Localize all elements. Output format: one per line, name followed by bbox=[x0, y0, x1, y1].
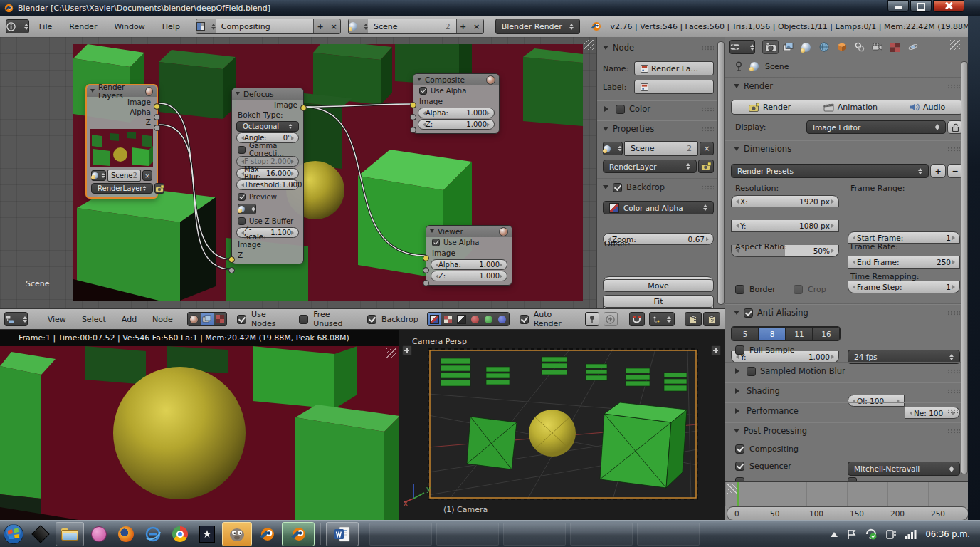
socket-image-out[interactable] bbox=[300, 105, 307, 111]
channel-color-alpha-button[interactable] bbox=[428, 313, 441, 325]
full-sample-toggle[interactable]: Full Sample bbox=[735, 345, 795, 355]
socket-alpha-out[interactable] bbox=[154, 114, 160, 120]
frame-step-field[interactable]: Frame Step:1 bbox=[848, 281, 960, 293]
resolution-y-field[interactable]: Y:1080 px bbox=[731, 220, 839, 232]
area-corner-grip[interactable] bbox=[727, 484, 737, 494]
channel-alpha-button[interactable] bbox=[441, 313, 455, 325]
aa-samples-5[interactable]: 5 bbox=[732, 327, 759, 340]
node-scene-selector[interactable]: Scene2 × bbox=[87, 170, 157, 182]
collapse-icon[interactable] bbox=[430, 229, 434, 236]
use-alpha-checkbox[interactable]: Use Alpha bbox=[413, 85, 499, 96]
max-blur-field[interactable]: Max Blur:16.000 bbox=[236, 168, 299, 179]
tab-physics[interactable] bbox=[905, 40, 921, 54]
tab-scene[interactable] bbox=[798, 40, 814, 54]
taskbar-blender[interactable] bbox=[256, 523, 278, 545]
taskbar-inkscape[interactable] bbox=[30, 523, 51, 545]
panel-grip[interactable] bbox=[947, 429, 960, 434]
add-preset-button[interactable]: + bbox=[930, 164, 946, 178]
texture-nodes-button[interactable] bbox=[214, 313, 226, 325]
panel-grip[interactable] bbox=[701, 107, 714, 112]
menu-select[interactable]: Select bbox=[75, 315, 113, 324]
backdrop-toggle[interactable]: Backdrop bbox=[367, 315, 418, 324]
socket-z-in[interactable] bbox=[410, 127, 416, 133]
panel-anti-aliasing[interactable]: Anti-Aliasing bbox=[734, 308, 960, 318]
area-corner-grip[interactable] bbox=[584, 40, 594, 50]
aa-filter-dropdown[interactable]: Mitchell-Netravali bbox=[848, 462, 960, 476]
shader-nodes-button[interactable] bbox=[188, 313, 201, 325]
scene-selector[interactable]: Scene2 + × bbox=[348, 19, 484, 34]
image-editor[interactable]: Frame:1 | Time:00:07.52 | Ve:546 Fa:560 … bbox=[0, 330, 399, 520]
panel-grip[interactable] bbox=[701, 185, 714, 190]
compositing-toggle[interactable]: Compositing bbox=[735, 444, 799, 454]
socket-z-out[interactable] bbox=[154, 125, 160, 131]
threshold-field[interactable]: Threshold:1.000 bbox=[236, 179, 299, 190]
unlink-scene-button[interactable]: × bbox=[142, 170, 152, 181]
ghost-window-button[interactable] bbox=[436, 523, 499, 546]
use-alpha-checkbox[interactable]: Use Alpha bbox=[426, 237, 512, 248]
socket-z-in[interactable] bbox=[228, 267, 235, 274]
tray-expand-icon[interactable] bbox=[831, 528, 838, 537]
minimize-button[interactable] bbox=[887, 0, 909, 12]
node-viewer[interactable]: Viewer Use Alpha Image Alpha:1.000 Z:1.0… bbox=[426, 225, 512, 286]
render-still-button[interactable]: Render bbox=[731, 100, 808, 115]
panel-dimensions[interactable]: Dimensions bbox=[734, 144, 960, 154]
editor-type-button[interactable] bbox=[4, 312, 28, 326]
render-layer-select[interactable]: RenderLayer bbox=[87, 182, 157, 197]
taskbar-blender-active[interactable] bbox=[282, 522, 315, 546]
socket-z-in[interactable] bbox=[423, 280, 429, 286]
z-field[interactable]: Z:1.000 bbox=[418, 119, 495, 130]
color-checkbox[interactable] bbox=[616, 105, 625, 114]
screen-layout-icon[interactable] bbox=[196, 19, 216, 33]
tab-object[interactable] bbox=[833, 40, 850, 54]
expand-header-icon[interactable] bbox=[711, 345, 721, 355]
timeline-scrubber[interactable]: 0 50 100 150 200 250 bbox=[727, 506, 969, 521]
menu-add[interactable]: Add bbox=[115, 315, 144, 324]
move-backdrop-button[interactable]: Move bbox=[603, 279, 714, 292]
end-frame-field[interactable]: End Frame:250 bbox=[848, 256, 960, 269]
render-presets-dropdown[interactable]: Render Presets bbox=[731, 164, 929, 178]
scene-browse-button[interactable] bbox=[91, 170, 106, 181]
viewport-3d[interactable]: Camera Persp y x (1) Camera bbox=[399, 330, 725, 520]
backdrop-channels-dropdown[interactable]: Color and Alpha bbox=[603, 201, 714, 214]
power-plug-icon[interactable] bbox=[885, 528, 896, 540]
backdrop-checkbox[interactable] bbox=[613, 183, 622, 192]
socket-alpha-in[interactable] bbox=[410, 114, 416, 120]
render-animation-button[interactable]: Animation bbox=[808, 100, 892, 115]
socket-image-in[interactable] bbox=[228, 256, 235, 263]
node-composite[interactable]: Composite Use Alpha Image Alpha:1.000 Z:… bbox=[413, 73, 500, 134]
z-field[interactable]: Z:1.000 bbox=[431, 271, 507, 281]
snap-mode-dropdown[interactable] bbox=[664, 313, 674, 325]
panel-sampled-motion-blur[interactable]: Sampled Motion Blur bbox=[734, 366, 960, 376]
delete-screen-button[interactable]: × bbox=[327, 19, 340, 33]
channel-z-button[interactable] bbox=[455, 313, 468, 325]
area-corner-grip[interactable] bbox=[386, 348, 396, 358]
node-render-layers[interactable]: Render Layers Image Alpha Z Scene2 × Ren… bbox=[85, 84, 158, 199]
network-signal-icon[interactable] bbox=[905, 529, 917, 539]
taskbar-ie[interactable] bbox=[142, 523, 164, 545]
channel-green-button[interactable] bbox=[482, 313, 495, 325]
channel-blue-button[interactable] bbox=[495, 313, 509, 325]
aa-samples-8[interactable]: 8 bbox=[759, 327, 786, 340]
panel-shading[interactable]: Shading bbox=[734, 386, 960, 396]
node-defocus[interactable]: Defocus Image Bokeh Type: Octagonal Angl… bbox=[231, 88, 304, 264]
collapse-icon[interactable] bbox=[417, 78, 421, 84]
tab-texture[interactable] bbox=[887, 40, 903, 54]
action-center-flag-icon[interactable] bbox=[846, 529, 857, 540]
ghost-window-button[interactable] bbox=[369, 523, 432, 546]
timeline-canvas[interactable]: 0 50 100 150 200 250 bbox=[725, 481, 969, 521]
alpha-field[interactable]: Alpha:1.000 bbox=[418, 108, 495, 118]
gamma-correction-checkbox[interactable]: Gamma Correcti... bbox=[232, 145, 303, 155]
aa-samples-11[interactable]: 11 bbox=[786, 327, 813, 340]
taskbar-firefox[interactable] bbox=[115, 523, 137, 545]
menu-view[interactable]: View bbox=[41, 315, 73, 324]
channel-red-button[interactable] bbox=[468, 313, 482, 325]
expand-header-icon[interactable] bbox=[402, 345, 412, 355]
panel-properties[interactable]: Properties bbox=[603, 124, 714, 134]
ghost-window-button[interactable] bbox=[503, 523, 566, 546]
collapse-icon[interactable] bbox=[236, 92, 240, 98]
ghost-window-button[interactable] bbox=[570, 523, 633, 546]
panel-render[interactable]: Render bbox=[734, 81, 960, 91]
current-frame-marker[interactable] bbox=[737, 482, 739, 506]
zscale-field[interactable]: Z-Scale:1.100 bbox=[236, 227, 299, 238]
node-name-field[interactable]: Render La... bbox=[634, 61, 714, 75]
